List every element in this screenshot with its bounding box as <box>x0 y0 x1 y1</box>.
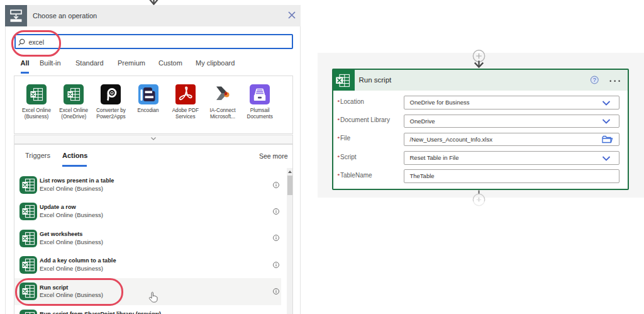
svg-text:?: ? <box>593 77 596 83</box>
